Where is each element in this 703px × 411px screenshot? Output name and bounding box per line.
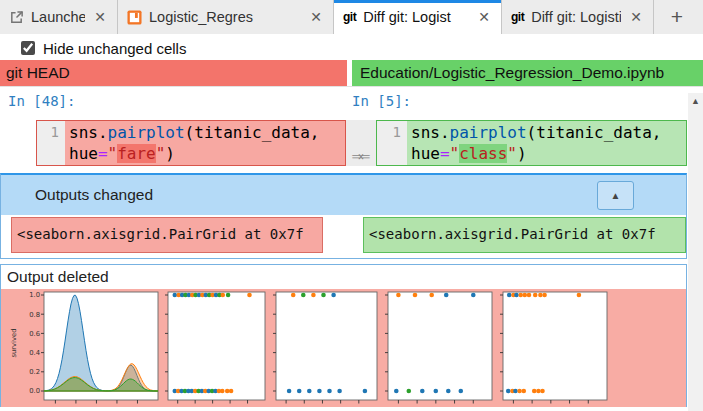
vertical-scrollbar[interactable]: ▲ (688, 93, 703, 411)
input-prompt-right: In [5]: (345, 93, 411, 115)
svg-text:1.0: 1.0 (29, 291, 40, 299)
output-deleted-section: Output deleted 1.00.80.60.40.20.0survive… (0, 264, 687, 407)
outputs-changed-header: Outputs changed ▲ (1, 175, 686, 215)
code-cells-row: 1 sns.pairplot(titanic_data, hue="fare")… (0, 120, 687, 166)
svg-text:0.8: 0.8 (29, 311, 40, 319)
diff-highlight-added: class (459, 144, 507, 163)
pairplot-image: 1.00.80.60.40.20.0survived (1, 289, 686, 407)
outputs-changed-title: Outputs changed (35, 186, 153, 204)
hide-unchanged-label[interactable]: Hide unchanged cells (43, 40, 186, 57)
outputs-changed-section: Outputs changed ▲ <seaborn.axisgrid.Pair… (0, 173, 687, 259)
svg-text:0.6: 0.6 (29, 330, 40, 338)
tab-label: Diff git: Logisti (531, 9, 621, 25)
jupyterlab-git-diff-window: Launcher ✕ Logistic_Regres ✕ git Diff gi… (0, 0, 703, 411)
close-icon[interactable]: ✕ (628, 9, 644, 25)
deleted-pairplot-output: 1.00.80.60.40.20.0survived (1, 289, 686, 407)
remote-file-header: Education/Logistic_Regression_Demo.ipynb (352, 60, 703, 86)
svg-text:0.4: 0.4 (29, 349, 40, 357)
tab-label: Logistic_Regres (149, 9, 301, 25)
output-deleted-title: Output deleted (7, 268, 109, 286)
code-cell-added[interactable]: 1 sns.pairplot(titanic_data, hue="class"… (376, 120, 687, 166)
tab-label: Diff git: Logist (363, 9, 469, 25)
tab-git-diff[interactable]: git Diff git: Logisti ✕ (502, 0, 654, 34)
chevron-up-icon: ▲ (611, 190, 621, 201)
close-icon[interactable]: ✕ (476, 9, 492, 25)
close-icon[interactable]: ✕ (308, 9, 324, 25)
output-deleted-header: Output deleted (1, 265, 686, 289)
outputs-changed-body: <seaborn.axisgrid.PairGrid at 0x7f <seab… (1, 215, 686, 258)
diff-toolbar: Hide unchanged cells (0, 34, 703, 60)
tab-label: Launcher (31, 9, 85, 25)
tab-launcher[interactable]: Launcher ✕ (0, 0, 118, 34)
git-icon: git (511, 10, 524, 24)
line-number: 1 (51, 124, 59, 140)
hide-unchanged-checkbox[interactable] (21, 41, 35, 55)
scroll-up-arrow-icon[interactable]: ▲ (691, 96, 700, 411)
collapse-outputs-button[interactable]: ▲ (597, 181, 634, 210)
code-cell-removed[interactable]: 1 sns.pairplot(titanic_data, hue="fare") (36, 120, 346, 166)
tab-notebook[interactable]: Logistic_Regres ✕ (118, 0, 334, 34)
output-removed: <seaborn.axisgrid.PairGrid at 0x7f (11, 217, 323, 253)
input-prompt-left: In [48]: (0, 93, 345, 115)
svg-text:0.2: 0.2 (29, 368, 40, 376)
add-tab-button[interactable]: + (654, 0, 700, 34)
notebook-icon (127, 10, 142, 25)
output-added: <seaborn.axisgrid.PairGrid at 0x7f (363, 217, 686, 253)
merge-arrows-icon[interactable]: ⇒⇐ (352, 149, 368, 164)
diff-body: In [48]: In [5]: 1 sns.pairplot(titanic_… (0, 93, 703, 411)
tab-git-diff-active[interactable]: git Diff git: Logist ✕ (334, 0, 502, 34)
svg-text:0.0: 0.0 (29, 387, 40, 395)
line-number-gutter: 1 (377, 121, 407, 165)
merge-picker-column: ⇒⇐ (346, 120, 376, 166)
base-ref-header: git HEAD (0, 60, 347, 86)
launcher-icon (9, 10, 24, 25)
close-icon[interactable]: ✕ (92, 9, 108, 25)
svg-text:survived: survived (10, 328, 18, 357)
tab-bar: Launcher ✕ Logistic_Regres ✕ git Diff gi… (0, 0, 703, 34)
line-number-gutter: 1 (37, 121, 65, 165)
code-editor-left[interactable]: sns.pairplot(titanic_data, hue="fare") (65, 121, 345, 165)
prompts-row: In [48]: In [5]: (0, 93, 687, 115)
diff-highlight-removed: fare (117, 144, 156, 163)
code-editor-right[interactable]: sns.pairplot(titanic_data, hue="class") (407, 121, 686, 165)
git-icon: git (343, 10, 356, 24)
line-number: 1 (393, 124, 401, 140)
diff-file-headers: git HEAD Education/Logistic_Regression_D… (0, 60, 703, 87)
